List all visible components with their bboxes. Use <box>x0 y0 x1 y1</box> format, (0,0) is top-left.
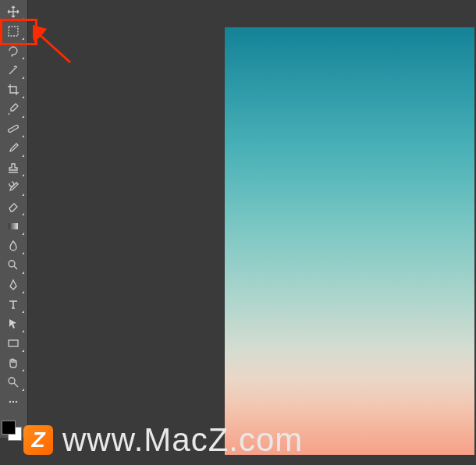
watermark-text: www.MacZ.com <box>62 421 303 459</box>
svg-point-5 <box>12 284 14 286</box>
pen-tool[interactable] <box>2 275 25 294</box>
history-brush-tool[interactable] <box>2 177 25 197</box>
gradient-tool[interactable] <box>2 216 25 236</box>
svg-point-7 <box>9 378 15 384</box>
marquee-tool[interactable] <box>2 21 25 41</box>
foreground-color-swatch[interactable] <box>2 421 16 435</box>
clone-stamp-tool[interactable] <box>2 158 25 177</box>
tools-panel <box>0 0 28 438</box>
blur-tool[interactable] <box>2 236 25 255</box>
svg-rect-0 <box>9 27 18 36</box>
svg-line-12 <box>37 33 70 62</box>
brush-tool[interactable] <box>2 138 25 158</box>
move-tool[interactable] <box>2 2 25 21</box>
eraser-tool[interactable] <box>2 197 25 216</box>
color-swatches[interactable] <box>2 416 25 438</box>
dodge-tool[interactable] <box>2 255 25 275</box>
document-canvas[interactable] <box>225 27 474 455</box>
watermark: Z www.MacZ.com <box>23 421 303 459</box>
svg-rect-3 <box>9 223 18 229</box>
annotation-arrow-icon <box>33 25 72 64</box>
svg-rect-6 <box>9 340 18 346</box>
edit-toolbar[interactable] <box>2 392 25 411</box>
svg-point-8 <box>9 400 11 402</box>
type-tool[interactable] <box>2 294 25 314</box>
crop-tool[interactable] <box>2 80 25 99</box>
svg-point-9 <box>12 400 14 402</box>
path-selection-tool[interactable] <box>2 314 25 333</box>
svg-point-4 <box>9 261 15 267</box>
watermark-badge: Z <box>23 425 53 455</box>
healing-brush-tool[interactable] <box>2 119 25 138</box>
lasso-tool[interactable] <box>2 41 25 60</box>
hand-tool[interactable] <box>2 353 25 372</box>
rectangle-tool[interactable] <box>2 333 25 353</box>
svg-point-2 <box>13 128 14 129</box>
magic-wand-tool[interactable] <box>2 60 25 80</box>
zoom-tool[interactable] <box>2 372 25 392</box>
eyedropper-tool[interactable] <box>2 99 25 119</box>
svg-point-10 <box>16 400 17 402</box>
